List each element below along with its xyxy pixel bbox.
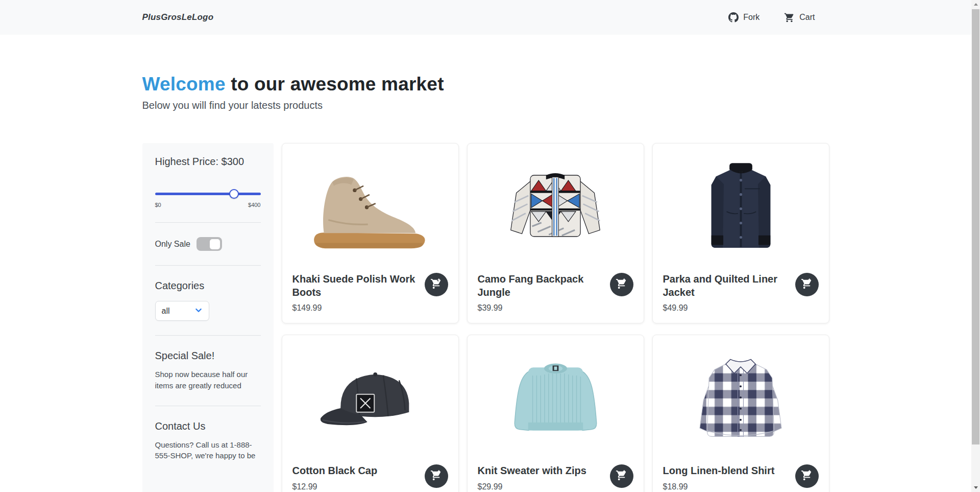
cart-plus-icon [616,470,627,483]
product-title: Khaki Suede Polish Work Boots [292,273,419,299]
scrollbar-down-arrow-icon[interactable] [971,483,980,492]
header-nav: Fork Cart [728,12,829,23]
cart-link[interactable]: Cart [784,12,815,23]
github-icon [728,12,739,22]
cart-plus-icon [430,278,442,291]
product-card: Long Linen-blend Shirt $18.99 [652,335,829,492]
product-title: Long Linen-blend Shirt [663,464,789,478]
cart-plus-icon [801,470,813,483]
highest-price-label: Highest Price: $300 [155,156,261,168]
categories-select[interactable]: all [155,301,209,321]
scrollbar-up-arrow-icon[interactable] [971,0,980,9]
product-price: $29.99 [478,482,604,491]
product-image-navy-parka [653,144,829,268]
divider [155,335,261,336]
add-to-cart-button[interactable] [795,464,819,488]
cart-plus-icon [430,470,442,483]
price-slider-thumb[interactable] [229,189,239,199]
cart-plus-icon [801,278,813,291]
contact-us-text: Questions? Call us at 1-888-555-SHOP, we… [155,439,261,462]
chevron-down-icon [194,306,203,316]
add-to-cart-button[interactable] [610,464,633,488]
filter-sidebar: Highest Price: $300 $0 $400 Only Sale [142,143,274,492]
cart-icon [784,12,795,23]
site-logo[interactable]: PlusGrosLeLogo [142,12,214,22]
page-title: Welcome to our awesome market [142,74,829,95]
page-subtitle: Below you will find your latests product… [142,100,829,111]
add-to-cart-button[interactable] [425,464,448,488]
price-max-label: $400 [248,202,260,208]
price-min-label: $0 [155,202,161,208]
product-card: Parka and Quilted Liner Jacket $49.99 [652,143,829,323]
product-price: $49.99 [663,303,789,313]
product-title: Knit Sweater with Zips [478,464,604,478]
categories-selected-value: all [162,307,170,316]
product-image-plaid-shirt [653,335,829,459]
product-card: Knit Sweater with Zips $29.99 [467,335,644,492]
page-title-rest: to our awesome market [226,74,444,95]
divider [155,265,261,266]
product-image-knit-sweater [468,335,644,459]
special-sale-text: Shop now because half our items are grea… [155,369,261,391]
fork-link-label: Fork [743,13,760,22]
header: PlusGrosLeLogo Fork Cart [0,0,971,35]
only-sale-toggle[interactable] [197,237,222,251]
page-title-highlight: Welcome [142,74,226,95]
add-to-cart-button[interactable] [610,273,633,296]
only-sale-toggle-knob [210,239,220,249]
product-card: Camo Fang Backpack Jungle $39.99 [467,143,644,323]
product-card: Khaki Suede Polish Work Boots $149.99 [282,143,459,323]
cart-link-label: Cart [799,13,815,22]
fork-link[interactable]: Fork [728,12,760,22]
special-sale-heading: Special Sale! [155,350,261,362]
price-slider-track [155,193,261,195]
product-image-black-cap [282,335,458,459]
product-price: $18.99 [663,482,789,491]
categories-heading: Categories [155,280,261,292]
scrollbar-thumb[interactable] [972,9,979,444]
page-scrollbar[interactable] [971,0,980,492]
add-to-cart-button[interactable] [795,273,819,296]
product-price: $12.99 [292,482,419,491]
product-price: $149.99 [292,303,419,313]
product-title: Cotton Black Cap [292,464,419,478]
contact-us-heading: Contact Us [155,420,261,432]
divider [155,222,261,223]
add-to-cart-button[interactable] [425,273,448,296]
product-image-khaki-boots [282,144,458,268]
hero: Welcome to our awesome market Below you … [142,74,829,111]
only-sale-label: Only Sale [155,240,190,249]
product-title: Camo Fang Backpack Jungle [478,273,604,299]
product-card: Cotton Black Cap $12.99 [282,335,459,492]
divider [155,406,261,406]
product-image-camo-jacket [468,144,644,268]
price-slider[interactable] [155,189,261,199]
product-title: Parka and Quilted Liner Jacket [663,273,789,299]
cart-plus-icon [616,278,627,291]
product-price: $39.99 [478,303,604,313]
